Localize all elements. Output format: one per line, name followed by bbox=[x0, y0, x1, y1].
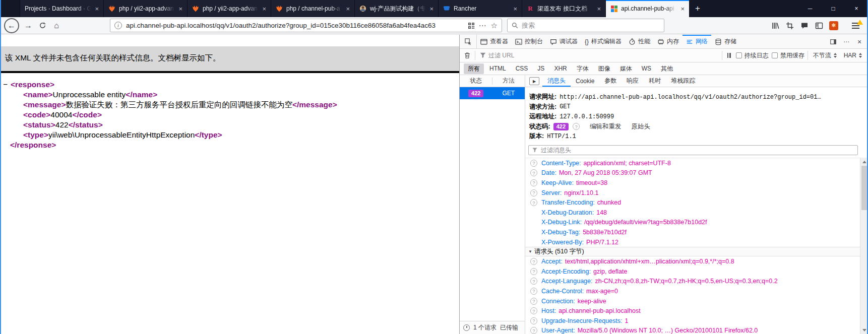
tab-debugger[interactable]: 调试器 bbox=[546, 35, 581, 48]
qr-code-icon[interactable] bbox=[468, 22, 475, 29]
search-input[interactable] bbox=[522, 22, 660, 29]
sidebar-toggle-icon[interactable] bbox=[812, 19, 826, 33]
forward-button[interactable]: → bbox=[21, 19, 35, 33]
filter-other[interactable]: 其他 bbox=[657, 63, 677, 74]
browser-tab-rancher[interactable]: Rancher × bbox=[438, 0, 522, 17]
persist-log-checkbox[interactable] bbox=[736, 52, 742, 58]
url-input[interactable] bbox=[126, 22, 464, 29]
filter-html[interactable]: HTML bbox=[485, 64, 510, 73]
page-actions-icon[interactable]: ⋯ bbox=[479, 21, 487, 30]
filter-fonts[interactable]: 字体 bbox=[573, 63, 593, 74]
tab-memory[interactable]: 内存 bbox=[654, 35, 683, 48]
tab-network[interactable]: 网络 bbox=[683, 35, 711, 48]
help-icon[interactable]: ? bbox=[530, 317, 537, 324]
help-icon[interactable]: ? bbox=[530, 179, 537, 186]
disable-cache-option[interactable]: 禁用缓存 bbox=[772, 51, 804, 60]
request-header-row[interactable]: ? User-Agent: Mozilla/5.0 (Windows NT 10… bbox=[525, 326, 860, 334]
chat-bubble-icon[interactable] bbox=[797, 19, 812, 33]
tab-close-icon[interactable]: × bbox=[262, 5, 266, 13]
filter-images[interactable]: 图像 bbox=[594, 63, 614, 74]
browser-tab-active-api[interactable]: api.channel-pub-api × bbox=[605, 0, 689, 17]
new-tab-button[interactable]: + bbox=[689, 0, 706, 17]
browser-tab-channel-pub[interactable]: php / channel-pub-a × bbox=[271, 0, 354, 17]
disable-cache-checkbox[interactable] bbox=[772, 52, 778, 58]
browser-tab-wj-test[interactable]: wj-产品测试构建（专用 × bbox=[354, 0, 438, 17]
addon-gear-icon[interactable]: ✱ bbox=[826, 19, 841, 33]
request-header-row[interactable]: ? Accept-Encoding: gzip, deflate bbox=[525, 266, 860, 277]
request-header-row[interactable]: ? Accept-Language: zh-CN,zh;q=0.8,zh-TW;… bbox=[525, 277, 860, 287]
tab-close-icon[interactable]: × bbox=[513, 5, 517, 13]
throttle-select[interactable]: 不节流 bbox=[811, 51, 839, 60]
browser-tab-yii2-1[interactable]: php / yii2-app-advan × bbox=[103, 0, 187, 17]
tab-inspector[interactable]: 查看器 bbox=[477, 35, 512, 48]
devtools-close-icon[interactable]: × bbox=[853, 38, 866, 46]
help-icon[interactable]: ? bbox=[530, 169, 537, 176]
hamburger-menu-icon[interactable] bbox=[847, 19, 864, 33]
response-header-row[interactable]: X-Debug-Tag: 5b838e7b10d2f bbox=[525, 227, 860, 237]
pause-traffic-icon[interactable] bbox=[727, 53, 731, 58]
browser-tab-yii2-2[interactable]: php / yii2-app-advan × bbox=[187, 0, 271, 17]
response-header-row[interactable]: X-Debug-Duration: 148 bbox=[525, 208, 860, 218]
play-box-icon[interactable]: ▶ bbox=[529, 77, 539, 85]
url-bar[interactable]: i ⋯ ☆ bbox=[110, 19, 502, 32]
request-header-row[interactable]: ? Host: api.channel-pub-api.localhost bbox=[525, 306, 860, 316]
response-header-row[interactable]: X-Powered-By: PHP/7.1.12 bbox=[525, 237, 860, 247]
headers-filter-box[interactable] bbox=[528, 145, 858, 155]
filter-css[interactable]: CSS bbox=[512, 64, 532, 73]
request-header-row[interactable]: ? Connection: keep-alive bbox=[525, 296, 860, 306]
help-icon[interactable]: ? bbox=[530, 160, 537, 167]
column-method[interactable]: 方法 bbox=[492, 77, 525, 85]
window-close-button[interactable]: × bbox=[845, 0, 868, 17]
scrollbar-thumb[interactable] bbox=[861, 166, 867, 210]
tab-close-icon[interactable]: × bbox=[429, 5, 433, 13]
url-filter-input[interactable] bbox=[488, 52, 722, 59]
har-select[interactable]: HAR bbox=[842, 52, 864, 59]
tab-style-editor[interactable]: {} 样式编辑器 bbox=[581, 35, 625, 48]
screenshot-crop-icon[interactable] bbox=[782, 19, 797, 33]
help-icon[interactable]: ? bbox=[530, 258, 537, 265]
tab-performance[interactable]: 性能 bbox=[625, 35, 654, 48]
site-info-icon[interactable]: i bbox=[114, 22, 122, 29]
tab-close-icon[interactable]: × bbox=[95, 5, 99, 13]
bookmark-star-icon[interactable]: ☆ bbox=[491, 21, 498, 30]
element-picker-icon[interactable] bbox=[460, 35, 477, 48]
response-header-row[interactable]: ? Server: nginx/1.10.1 bbox=[525, 188, 860, 198]
response-header-row[interactable]: ? Content-Type: application/xml; charset… bbox=[525, 158, 860, 168]
help-icon[interactable]: ? bbox=[530, 298, 537, 305]
request-headers-section-toggle[interactable]: ▼ 请求头 (510 字节) bbox=[525, 247, 860, 256]
devtools-more-icon[interactable]: ⋯ bbox=[840, 38, 853, 45]
performance-analysis-icon[interactable] bbox=[463, 324, 470, 331]
tab-storage[interactable]: 存储 bbox=[711, 35, 740, 48]
response-header-row[interactable]: ? Date: Mon, 27 Aug 2018 05:39:07 GMT bbox=[525, 168, 860, 178]
persist-log-option[interactable]: 持续日志 bbox=[736, 51, 769, 60]
request-row-selected[interactable]: 422 GET bbox=[460, 87, 525, 99]
filter-media[interactable]: 媒体 bbox=[616, 63, 636, 74]
home-button[interactable]: ⌂ bbox=[49, 19, 64, 33]
help-icon[interactable]: ? bbox=[530, 307, 537, 314]
filter-ws[interactable]: WS bbox=[638, 64, 655, 73]
detail-tab-stack-trace[interactable]: 堆栈跟踪 bbox=[666, 75, 700, 87]
column-status[interactable]: 状态 bbox=[460, 77, 492, 85]
tab-close-icon[interactable]: × bbox=[346, 5, 350, 13]
detail-tab-params[interactable]: 参数 bbox=[599, 75, 622, 87]
help-icon[interactable]: ? bbox=[530, 189, 537, 196]
tab-close-icon[interactable]: × bbox=[178, 5, 182, 13]
filter-all[interactable]: 所有 bbox=[464, 63, 484, 74]
filter-xhr[interactable]: XHR bbox=[550, 64, 571, 73]
help-icon[interactable]: ? bbox=[530, 288, 537, 295]
help-icon[interactable]: ? bbox=[573, 123, 580, 130]
filter-js[interactable]: JS bbox=[533, 64, 548, 73]
request-header-row[interactable]: ? Accept: text/html,application/xhtml+xm… bbox=[525, 256, 860, 266]
help-icon[interactable]: ? bbox=[530, 268, 537, 275]
request-header-row[interactable]: ? Upgrade-Insecure-Requests: 1 bbox=[525, 316, 860, 326]
tab-close-icon[interactable]: × bbox=[597, 5, 601, 13]
search-bar[interactable] bbox=[507, 19, 664, 32]
request-header-row[interactable]: ? Cache-Control: max-age=0 bbox=[525, 286, 860, 296]
collapse-toggle-icon[interactable]: − bbox=[3, 80, 8, 89]
clear-requests-icon[interactable] bbox=[460, 52, 475, 59]
response-header-row[interactable]: ? Keep-Alive: timeout=38 bbox=[525, 178, 860, 188]
detail-tab-response[interactable]: 响应 bbox=[622, 75, 644, 87]
library-icon[interactable] bbox=[768, 19, 782, 33]
detail-tab-cookies[interactable]: Cookie bbox=[571, 75, 599, 87]
response-header-row[interactable]: X-Debug-Link: /qq/debug/default/view?tag… bbox=[525, 218, 860, 228]
